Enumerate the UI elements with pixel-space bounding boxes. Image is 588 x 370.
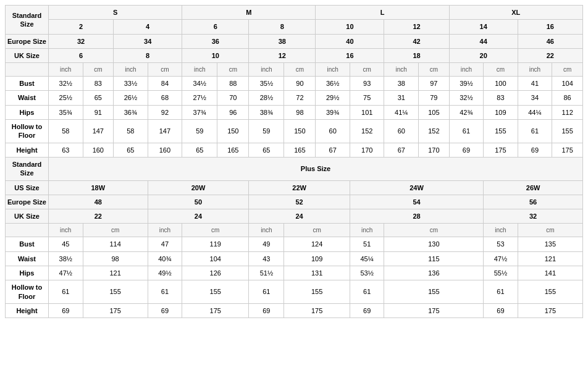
hollow-to-floor-label: Hollow to Floor [6,120,49,143]
unit-inch-8: inch [518,63,552,77]
waist-1: 25½ [49,91,83,105]
phtf-9: 61 [484,280,518,304]
phips-9: 55½ [484,266,518,280]
plus-uk-label: UK Size [6,209,49,224]
uk-size-label: UK Size [6,48,49,62]
htf-6: 150 [217,120,249,143]
plus-europe-label: Europe Size [6,195,49,209]
height-row: Height 63 160 65 160 65 165 65 165 67 17… [6,143,583,157]
pheight-1: 69 [49,303,83,317]
size-l-header: L [316,6,449,20]
standard-size-divider-label: Standard Size [6,157,49,180]
htf-1: 58 [49,120,83,143]
europe-38: 38 [249,34,316,48]
uk-8: 8 [114,48,182,62]
pwaist-3: 40¾ [148,251,182,266]
htf-13: 61 [449,120,484,143]
uk-16: 16 [316,48,384,62]
waist-6: 70 [217,91,249,105]
pwaist-9: 47½ [484,251,518,266]
unit-inch-6: inch [384,63,419,77]
plus-europe-50: 50 [148,195,249,209]
pbust-7: 51 [350,237,384,251]
plus-unit-empty [6,224,49,237]
unit-cm-8: cm [552,63,583,77]
waist-16: 86 [552,91,583,105]
plus-cm-5: cm [518,224,582,237]
phtf-1: 61 [49,280,83,304]
us-size-8: 8 [249,20,316,34]
pheight-4: 175 [182,303,249,317]
europe-size-label: Europe Size [6,34,49,48]
plus-height-label: Height [6,303,49,317]
plus-bust-row: Bust 45 114 47 119 49 124 51 130 53 135 [6,237,583,251]
htf-9: 60 [316,120,350,143]
phtf-2: 155 [83,280,148,304]
unit-row: inch cm inch cm inch cm inch cm inch cm … [6,63,583,77]
htf-2: 147 [83,120,114,143]
plus-cm-2: cm [182,224,249,237]
plus-inch-2: inch [148,224,182,237]
bust-6: 88 [217,77,249,91]
plus-us-18w: 18W [49,180,148,195]
phips-3: 49½ [148,266,182,280]
pwaist-7: 45¼ [350,251,384,266]
size-s-header: S [49,6,182,20]
unit-cm-1: cm [83,63,114,77]
hips-3: 36¾ [114,105,148,119]
plus-htf-row: Hollow to Floor 61 155 61 155 61 155 61 … [6,280,583,304]
waist-9: 29½ [316,91,350,105]
pheight-5: 69 [249,303,284,317]
waist-7: 28½ [249,91,284,105]
pheight-9: 69 [484,303,518,317]
europe-44: 44 [449,34,518,48]
hips-8: 98 [284,105,316,119]
pwaist-8: 115 [384,251,484,266]
height-15: 69 [518,143,552,157]
plus-inch-5: inch [484,224,518,237]
waist-8: 72 [284,91,316,105]
hips-15: 44¼ [518,105,552,119]
phips-7: 53½ [350,266,384,280]
phips-4: 126 [182,266,249,280]
pwaist-6: 109 [284,251,350,266]
unit-cm-6: cm [419,63,450,77]
htf-5: 59 [182,120,217,143]
size-chart: Standard Size S M L XL 2 4 6 8 10 12 14 … [5,5,583,318]
section-divider-row: Standard Size Plus Size [6,157,583,180]
pheight-7: 69 [350,303,384,317]
htf-3: 58 [114,120,148,143]
phtf-3: 61 [148,280,182,304]
phtf-10: 155 [518,280,582,304]
pwaist-2: 98 [83,251,148,266]
pheight-10: 175 [518,303,582,317]
bust-12: 97 [419,77,450,91]
uk-6: 6 [49,48,114,62]
height-4: 160 [148,143,182,157]
bust-label: Bust [6,77,49,91]
htf-15: 61 [518,120,552,143]
htf-11: 60 [384,120,419,143]
waist-5: 27½ [182,91,217,105]
bust-16: 104 [552,77,583,91]
europe-42: 42 [384,34,449,48]
pwaist-5: 43 [249,251,284,266]
hips-9: 39¾ [316,105,350,119]
bust-10: 93 [350,77,384,91]
hollow-to-floor-row: Hollow to Floor 58 147 58 147 59 150 59 … [6,120,583,143]
unit-cm-4: cm [284,63,316,77]
unit-inch-1: inch [49,63,83,77]
height-2: 160 [83,143,114,157]
plus-us-20w: 20W [148,180,249,195]
europe-40: 40 [316,34,384,48]
unit-cm-3: cm [217,63,249,77]
plus-bust-label: Bust [6,237,49,251]
hips-2: 91 [83,105,114,119]
plus-htf-label: Hollow to Floor [6,280,49,304]
uk-22: 22 [518,48,582,62]
plus-unit-row: inch cm inch cm inch cm inch cm inch cm [6,224,583,237]
phtf-8: 155 [384,280,484,304]
bust-13: 39½ [449,77,484,91]
waist-10: 75 [350,91,384,105]
us-size-14: 14 [449,20,518,34]
